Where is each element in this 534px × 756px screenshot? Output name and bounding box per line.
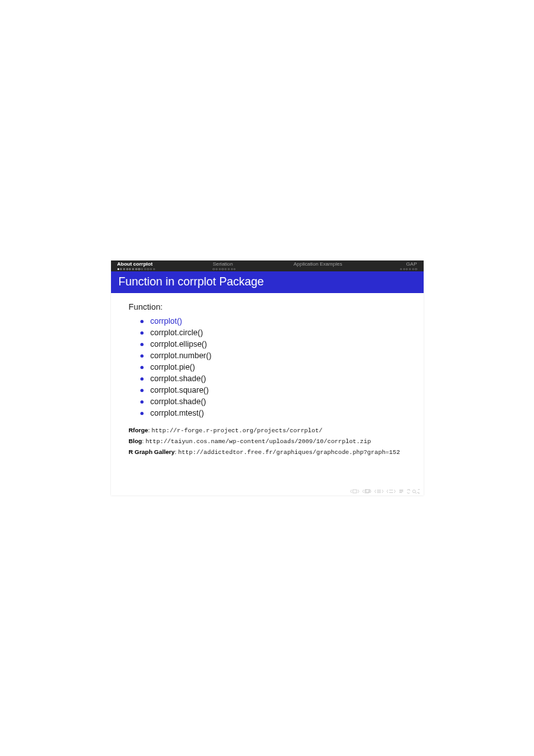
- list-item: corrplot(): [143, 315, 406, 327]
- nav-label: Application Examples: [293, 262, 342, 268]
- ref-line: R Graph Gallery: http://addictedtor.free…: [129, 447, 406, 457]
- beamer-nav-symbols: [350, 489, 420, 494]
- nav-doc-icon[interactable]: [399, 489, 404, 494]
- nav-back-forward-icon[interactable]: [407, 489, 420, 494]
- beamer-slide: About corrplot Seriation Application Exa…: [111, 261, 424, 495]
- list-item: corrplot.pie(): [143, 361, 406, 373]
- ref-label: Blog: [129, 437, 142, 444]
- nav-progress-dots: [212, 268, 235, 270]
- nav-section-seriation[interactable]: Seriation: [212, 262, 235, 270]
- nav-slide-icon[interactable]: [350, 489, 359, 494]
- svg-point-12: [412, 490, 415, 493]
- nav-subsection-icon[interactable]: [375, 489, 383, 494]
- svg-line-13: [415, 493, 417, 494]
- nav-section-gap[interactable]: GAP: [400, 262, 417, 270]
- nav-label: About corrplot: [117, 262, 153, 268]
- page-canvas: About corrplot Seriation Application Exa…: [0, 0, 534, 756]
- ref-url[interactable]: http://r-forge.r-project.org/projects/co…: [151, 427, 322, 434]
- ref-label: Rforge: [129, 427, 149, 434]
- ref-line: Rforge: http://r-forge.r-project.org/pro…: [129, 425, 406, 435]
- reference-links: Rforge: http://r-forge.r-project.org/pro…: [129, 425, 406, 458]
- nav-frame-icon[interactable]: [362, 489, 371, 494]
- ref-url[interactable]: http://taiyun.cos.name/wp-content/upload…: [145, 438, 371, 445]
- nav-section-icon[interactable]: [387, 489, 396, 494]
- nav-section-examples[interactable]: Application Examples: [293, 262, 342, 270]
- list-item: corrplot.circle(): [143, 327, 406, 338]
- nav-progress-dots: [400, 268, 417, 270]
- list-item: corrplot.shade(): [143, 396, 406, 407]
- ref-label: R Graph Gallery: [129, 448, 175, 455]
- nav-label: Seriation: [212, 262, 233, 268]
- list-item: corrplot.square(): [143, 384, 406, 396]
- ref-url[interactable]: http://addictedtor.free.fr/graphiques/gr…: [178, 449, 400, 456]
- ref-line: Blog: http://taiyun.cos.name/wp-content/…: [129, 436, 406, 446]
- nav-label: GAP: [406, 262, 417, 268]
- slide-body: Function: corrplot() corrplot.circle() c…: [111, 293, 424, 495]
- section-navbar: About corrplot Seriation Application Exa…: [111, 261, 424, 271]
- nav-progress-dots: [117, 268, 155, 270]
- slide-title: Function in corrplot Package: [111, 271, 424, 293]
- nav-section-about[interactable]: About corrplot: [117, 262, 155, 270]
- svg-rect-0: [353, 490, 357, 493]
- list-item: corrplot.ellipse(): [143, 338, 406, 350]
- list-item: corrplot.shade(): [143, 373, 406, 384]
- list-item: corrplot.mtest(): [143, 407, 406, 419]
- function-list: corrplot() corrplot.circle() corrplot.el…: [129, 315, 406, 419]
- list-item: corrplot.number(): [143, 350, 406, 361]
- block-heading: Function:: [129, 302, 406, 312]
